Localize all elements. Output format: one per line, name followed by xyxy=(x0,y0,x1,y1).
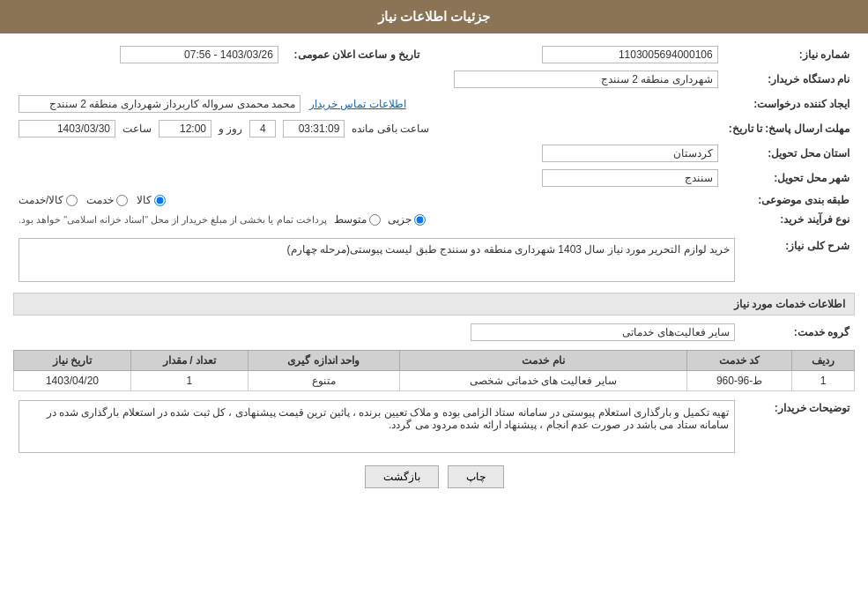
category-goods-option[interactable]: کالا xyxy=(137,194,166,206)
creator-value: محمد محمدی سرواله کاربرداز شهرداری منطقه… xyxy=(19,95,300,113)
days-remaining-value: 4 xyxy=(249,120,276,137)
table-row: 1ط-96-960سایر فعالیت های خدماتی شخصیمتنو… xyxy=(14,371,855,391)
page-title: جزئیات اطلاعات نیاز xyxy=(378,9,490,24)
response-time-value: 12:00 xyxy=(159,120,211,137)
col-service-name: نام خدمت xyxy=(399,351,686,371)
creator-label: ایجاد کننده درخواست: xyxy=(723,92,855,116)
service-group-label: گروه خدمت: xyxy=(740,320,855,345)
response-date-value: 1403/03/30 xyxy=(19,120,115,137)
need-description-label: شرح کلی نیاز: xyxy=(740,234,855,286)
category-label: طبقه بندی موضوعی: xyxy=(723,190,855,210)
days-remaining-label: روز و xyxy=(219,123,242,135)
services-section-title: اطلاعات خدمات مورد نیاز xyxy=(13,293,855,316)
buyer-notes-label: توضیحات خریدار: xyxy=(740,397,855,457)
col-unit: واحد اندازه گیری xyxy=(248,351,399,371)
buyer-contact-link[interactable]: اطلاعات تماس خریدار xyxy=(309,98,406,110)
page-header: جزئیات اطلاعات نیاز xyxy=(0,0,868,33)
response-time-label: ساعت xyxy=(122,123,152,135)
category-goods-label: کالا xyxy=(137,194,152,206)
category-goods-radio[interactable] xyxy=(154,195,166,206)
time-remaining-label: ساعت باقی مانده xyxy=(352,123,429,135)
col-service-code: کد خدمت xyxy=(687,351,792,371)
category-goods-service-option[interactable]: کالا/خدمت xyxy=(19,194,78,206)
process-partial-label: جزیی xyxy=(388,213,412,226)
col-row-num: ردیف xyxy=(792,351,855,371)
delivery-province-value: کردستان xyxy=(542,145,718,162)
process-full-desc: پرداخت تمام یا بخشی از مبلغ خریدار از مح… xyxy=(19,214,327,226)
need-number-label: شماره نیاز: xyxy=(723,42,855,67)
process-medium-radio[interactable] xyxy=(369,214,381,226)
announce-datetime-label: تاریخ و ساعت اعلان عمومی: xyxy=(284,42,425,67)
process-medium-label: متوسط xyxy=(334,213,367,226)
buyer-org-value: شهرداری منطقه 2 سنندج xyxy=(454,71,718,88)
announce-datetime-value: 1403/03/26 - 07:56 xyxy=(120,46,278,63)
category-goods-service-label: کالا/خدمت xyxy=(19,194,63,206)
category-service-radio[interactable] xyxy=(116,195,128,206)
delivery-province-label: استان محل تحویل: xyxy=(723,141,855,166)
category-service-option[interactable]: خدمت xyxy=(86,194,128,206)
response-deadline-label: مهلت ارسال پاسخ: تا تاریخ: xyxy=(723,116,855,141)
need-number-value: 1103005694000106 xyxy=(542,46,718,63)
time-remaining-value: 03:31:09 xyxy=(283,120,345,137)
buyer-notes-value: تهیه تکمیل و بارگذاری استعلام پیوستی در … xyxy=(19,400,735,453)
delivery-city-value: سنندج xyxy=(542,169,718,187)
print-button[interactable]: چاپ xyxy=(448,465,504,488)
category-goods-service-radio[interactable] xyxy=(66,195,78,206)
need-description-value: خرید لوازم التحریر مورد نیاز سال 1403 شه… xyxy=(19,238,735,282)
process-partial-radio[interactable] xyxy=(414,214,426,226)
service-group-value: سایر فعالیت‌های خدماتی xyxy=(471,323,735,341)
services-table: ردیف کد خدمت نام خدمت واحد اندازه گیری ت… xyxy=(13,350,855,391)
category-service-label: خدمت xyxy=(86,194,114,206)
buyer-org-label: نام دستگاه خریدار: xyxy=(723,67,855,92)
process-partial-option[interactable]: جزیی xyxy=(388,213,426,226)
col-quantity: تعداد / مقدار xyxy=(130,351,248,371)
process-type-label: نوع فرآیند خرید: xyxy=(723,210,855,229)
col-need-date: تاریخ نیاز xyxy=(14,351,131,371)
process-medium-option[interactable]: متوسط xyxy=(334,213,381,226)
back-button[interactable]: بازگشت xyxy=(365,465,439,488)
delivery-city-label: شهر محل تحویل: xyxy=(723,166,855,190)
button-row: چاپ بازگشت xyxy=(13,465,855,488)
